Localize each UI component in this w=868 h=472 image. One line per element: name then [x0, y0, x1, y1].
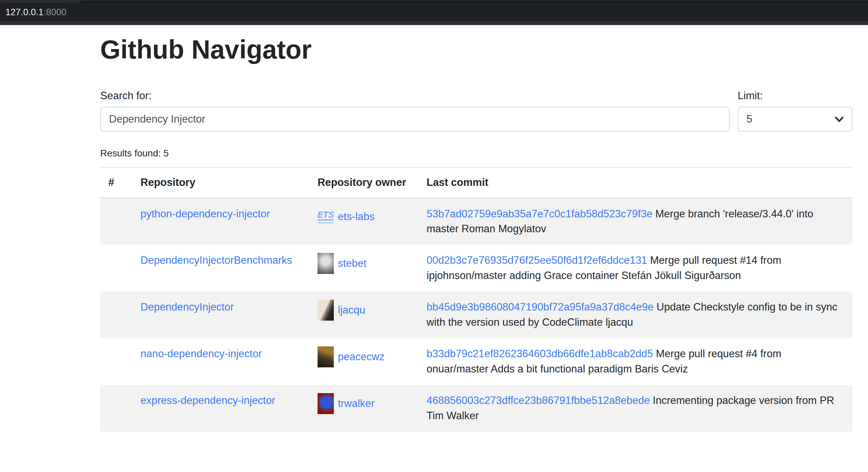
commit-hash-link[interactable]: 468856003c273dffce23b86791fbbe512a8ebede	[427, 394, 650, 406]
header-num: #	[100, 167, 132, 198]
table-row: python-dependency-injectorETSets-labs53b…	[100, 198, 852, 245]
commit-hash-link[interactable]: 00d2b3c7e76935d76f25ee50f6d1f2ef6ddce131	[427, 254, 647, 266]
browser-tab[interactable]	[80, 1, 868, 3]
owner-avatar: ETS	[318, 207, 334, 228]
commit-hash-link[interactable]: b33db79c21ef8262364603db66dfe1ab8cab2dd5	[427, 348, 653, 360]
row-number	[100, 385, 132, 432]
owner-link[interactable]: peacecwz	[338, 349, 385, 365]
avatar-logo-subtext	[318, 222, 333, 223]
repository-link[interactable]: nano-dependency-injector	[140, 348, 262, 360]
repository-link[interactable]: DependencyInjector	[140, 301, 234, 313]
limit-label: Limit:	[738, 90, 852, 102]
table-row: nano-dependency-injectorpeacecwzb33db79c…	[100, 338, 852, 385]
browser-toolbar-edge	[0, 21, 868, 25]
owner-avatar	[318, 393, 334, 414]
header-owner: Repository owner	[309, 167, 418, 198]
url-host: 127.0.0.1	[5, 7, 44, 18]
limit-select[interactable]	[738, 107, 852, 132]
page-content: Github Navigator Search for: Limit: Resu…	[100, 35, 852, 432]
header-commit: Last commit	[418, 167, 852, 198]
results-table: # Repository Repository owner Last commi…	[100, 167, 852, 432]
address-bar[interactable]: 127.0.0.1:8000	[0, 3, 868, 21]
header-repo: Repository	[132, 167, 309, 198]
search-input[interactable]	[100, 107, 730, 132]
owner-avatar	[318, 300, 334, 321]
table-row: express-dependency-injectortrwalker46885…	[100, 385, 852, 432]
owner-link[interactable]: ets-labs	[338, 209, 375, 224]
table-row: DependencyInjectorBenchmarksstebet00d2b3…	[100, 245, 852, 292]
repository-link[interactable]: DependencyInjectorBenchmarks	[140, 254, 292, 266]
owner-avatar	[318, 253, 334, 274]
owner-link[interactable]: stebet	[338, 256, 366, 271]
owner-link[interactable]: trwalker	[338, 396, 375, 411]
page-title: Github Navigator	[100, 35, 852, 65]
row-number	[100, 292, 132, 338]
commit-hash-link[interactable]: bb45d9e3b98608047190bf72a95fa9a37d8c4e9e	[427, 301, 654, 313]
row-number	[100, 338, 132, 385]
table-header-row: # Repository Repository owner Last commi…	[100, 167, 852, 198]
commit-hash-link[interactable]: 53b7ad02759e9ab35a7e7c0c1fab58d523c79f3e	[427, 208, 652, 220]
avatar-logo-text: ETS	[318, 210, 334, 220]
browser-tab-strip	[0, 0, 868, 3]
url-port: :8000	[44, 7, 67, 18]
row-number	[100, 245, 132, 292]
search-label: Search for:	[100, 90, 730, 102]
search-form: Search for: Limit:	[100, 90, 852, 132]
repository-link[interactable]: python-dependency-injector	[140, 208, 270, 220]
repository-link[interactable]: express-dependency-injector	[140, 394, 275, 406]
row-number	[100, 198, 132, 245]
owner-avatar	[318, 346, 334, 367]
results-summary: Results found: 5	[100, 148, 852, 159]
owner-link[interactable]: ljacqu	[338, 303, 365, 318]
table-row: DependencyInjectorljacqubb45d9e3b9860804…	[100, 292, 852, 338]
